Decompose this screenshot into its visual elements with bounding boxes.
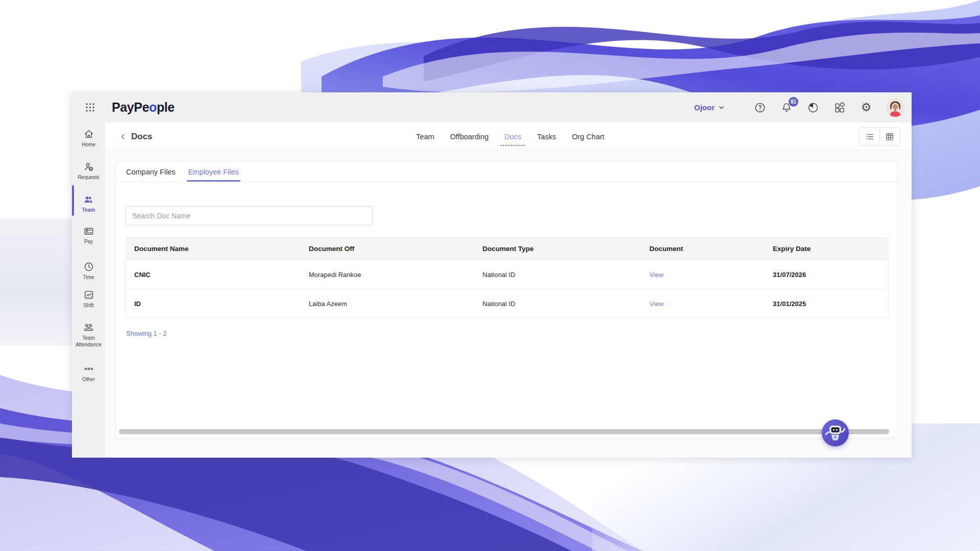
table-row: CNIC Morapedi Rankoe National ID View 31… (126, 260, 888, 289)
list-view-button[interactable] (860, 128, 879, 145)
gear-icon: ⚙ (861, 102, 872, 113)
tab-tasks[interactable]: Tasks (536, 123, 557, 150)
sidebar-item-shift[interactable]: Shift (72, 289, 105, 309)
tab-team[interactable]: Team (415, 123, 435, 150)
documents-table: Document Name Document Off Document Type… (126, 237, 889, 318)
cell-document-off: Morapedi Rankoe (301, 271, 474, 279)
table-header-row: Document Name Document Off Document Type… (126, 238, 888, 260)
sidebar-item-team-attendance[interactable]: Team Attendance (72, 322, 105, 348)
col-expiry-date: Expiry Date (765, 245, 888, 253)
col-document-type: Document Type (474, 245, 641, 253)
logo-o-mark: o (149, 100, 157, 114)
top-right-actions: Ojoor 81 (694, 98, 904, 117)
sidebar: Home Requests Team (72, 122, 105, 458)
grid-view-button[interactable] (879, 128, 899, 145)
tab-docs[interactable]: Docs (503, 123, 522, 150)
list-view-icon (865, 132, 875, 142)
file-tabs: Company Files Employee Files (116, 162, 897, 182)
help-button[interactable] (753, 101, 767, 114)
person-check-icon (83, 161, 94, 172)
assistant-bot-button[interactable] (822, 419, 849, 446)
col-document-off: Document Off (301, 245, 474, 253)
avatar-image (886, 98, 904, 117)
page-content: Company Files Employee Files Document Na… (105, 151, 912, 458)
horizontal-scrollbar[interactable] (119, 429, 889, 434)
top-bar: PayPeople Ojoor 81 (72, 92, 912, 122)
help-icon (754, 102, 766, 114)
sidebar-item-team[interactable]: Team (72, 194, 105, 213)
cell-document-off: Laiba Azeem (301, 300, 474, 308)
user-avatar[interactable] (886, 98, 904, 117)
cell-expiry-date: 31/07/2026 (765, 271, 888, 279)
grid-view-icon (885, 132, 895, 142)
robot-icon (822, 419, 849, 446)
sidebar-item-pay[interactable]: Pay (72, 226, 105, 245)
people-group-icon (83, 322, 94, 333)
sidebar-item-time[interactable]: Time (72, 261, 105, 281)
settings-button[interactable]: ⚙ (860, 101, 873, 114)
calendar-chart-icon (83, 289, 94, 300)
app-logo: PayPeople (112, 100, 175, 115)
user-menu[interactable]: Ojoor (694, 103, 725, 112)
sidebar-item-home[interactable]: Home (72, 129, 105, 148)
waffle-menu-icon[interactable] (84, 102, 95, 113)
docs-card: Company Files Employee Files Document Na… (116, 162, 897, 438)
clock-icon (83, 261, 94, 272)
tab-company-files[interactable]: Company Files (126, 163, 176, 181)
cell-expiry-date: 31/01/2025 (765, 300, 888, 308)
cell-document-name: ID (126, 300, 301, 308)
tab-offboarding[interactable]: Offboarding (449, 123, 490, 150)
id-card-icon (83, 226, 94, 237)
apps-icon (834, 102, 846, 114)
view-document-link[interactable]: View (649, 300, 664, 308)
table-row: ID Laiba Azeem National ID View 31/01/20… (126, 289, 888, 318)
cell-document-type: National ID (474, 300, 641, 308)
apps-button[interactable] (833, 101, 846, 114)
tab-employee-files[interactable]: Employee Files (188, 163, 239, 181)
user-menu-label: Ojoor (694, 103, 715, 112)
page-title: Docs (131, 132, 153, 142)
people-icon (83, 194, 94, 205)
three-dots-icon (83, 363, 94, 374)
page-nav: Docs Team Offboarding Docs Tasks Org Cha… (105, 122, 912, 151)
col-document-name: Document Name (126, 245, 301, 253)
usage-button[interactable] (806, 101, 820, 114)
nav-tabs: Team Offboarding Docs Tasks Org Chart (415, 122, 605, 151)
notifications-button[interactable]: 81 (780, 101, 793, 114)
pie-circle-icon (807, 102, 819, 114)
notification-badge: 81 (789, 97, 798, 107)
view-toggle-group (859, 127, 900, 146)
col-document: Document (641, 245, 765, 253)
search-doc-input[interactable] (126, 206, 373, 226)
view-document-link[interactable]: View (649, 271, 664, 279)
home-icon (83, 129, 94, 140)
sidebar-item-other[interactable]: Other (72, 363, 105, 383)
sidebar-item-requests[interactable]: Requests (72, 161, 105, 181)
cell-document-name: CNIC (126, 271, 301, 279)
app-window: PayPeople Ojoor 81 (72, 92, 912, 458)
tab-org-chart[interactable]: Org Chart (571, 123, 605, 150)
results-count: Showing 1 - 2 (126, 330, 167, 337)
cell-document-type: National ID (474, 271, 641, 279)
background-strip-left (0, 218, 72, 346)
chevron-down-icon (718, 104, 725, 111)
back-chevron-icon[interactable] (119, 133, 127, 140)
